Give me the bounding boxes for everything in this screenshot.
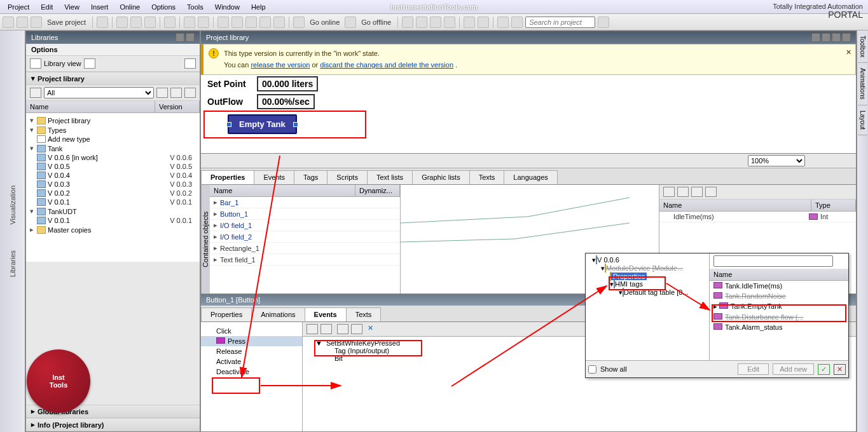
vtab-toolbox[interactable]: Toolbox bbox=[858, 30, 867, 63]
tab-properties[interactable]: Properties bbox=[201, 170, 254, 184]
tab-texts[interactable]: Texts bbox=[469, 170, 505, 184]
menu-tools[interactable]: Tools bbox=[182, 2, 209, 12]
tree-v005[interactable]: V 0.0.5V 0.0.5 bbox=[26, 162, 200, 171]
tb-icon-j[interactable] bbox=[464, 17, 475, 28]
popup-ok-icon[interactable]: ✓ bbox=[818, 364, 830, 375]
project-library-section[interactable]: ▾Project library bbox=[26, 72, 200, 85]
rc-col-name[interactable]: Name bbox=[659, 199, 811, 211]
delete-icon[interactable] bbox=[164, 17, 176, 28]
restore-icon[interactable] bbox=[822, 33, 830, 42]
btab-events[interactable]: Events bbox=[305, 307, 347, 321]
tab-languages[interactable]: Languages bbox=[504, 170, 557, 184]
menu-project[interactable]: Project bbox=[3, 2, 34, 12]
event-activate[interactable]: Activate bbox=[201, 356, 302, 367]
popup-tag-1[interactable]: Tank.RandomNoise bbox=[710, 291, 848, 301]
btab-properties[interactable]: Properties bbox=[201, 307, 252, 321]
evt-tb3[interactable] bbox=[337, 324, 348, 334]
release-version-link[interactable]: release the version bbox=[251, 61, 310, 69]
tree-v004[interactable]: V 0.0.4V 0.0.4 bbox=[26, 171, 200, 180]
tree-v002[interactable]: V 0.0.2V 0.0.2 bbox=[26, 189, 200, 198]
obj-iofield2[interactable]: ▸I/O field_2 bbox=[210, 231, 400, 243]
info-section[interactable]: ▸Info (Project library) bbox=[26, 418, 200, 431]
tab-events[interactable]: Events bbox=[254, 170, 294, 184]
go-offline-icon[interactable] bbox=[345, 17, 356, 28]
open-icon[interactable] bbox=[17, 17, 28, 28]
event-press[interactable]: Press bbox=[201, 336, 302, 346]
tree-tank[interactable]: ▾Tank bbox=[26, 144, 200, 153]
popup-properties-node[interactable]: Properties bbox=[588, 273, 706, 280]
tb-icon-d[interactable] bbox=[259, 17, 271, 28]
libview-icon-1[interactable] bbox=[30, 58, 41, 69]
lib-tb-2[interactable] bbox=[156, 88, 168, 98]
tree-root[interactable]: ▾Project library bbox=[26, 116, 200, 125]
zoom-select[interactable]: 100% bbox=[748, 155, 805, 166]
popup-addnew-button[interactable]: Add new bbox=[773, 363, 814, 375]
menu-window[interactable]: Window bbox=[210, 2, 245, 12]
popup-cancel-icon[interactable]: ✕ bbox=[834, 364, 846, 375]
rc-col-type[interactable]: Type bbox=[811, 199, 856, 211]
minimize-icon[interactable] bbox=[811, 33, 820, 42]
go-online-icon[interactable] bbox=[293, 17, 305, 28]
popup-tag-2[interactable]: ▸ Tank.EmptyTank bbox=[710, 301, 848, 312]
obj-rectangle1[interactable]: ▸Rectangle_1 bbox=[210, 243, 400, 254]
event-click[interactable]: Click bbox=[201, 326, 302, 336]
event-deactivate[interactable]: Deactivate bbox=[201, 367, 302, 377]
search-input[interactable] bbox=[525, 17, 595, 28]
hmi-canvas[interactable]: Set Point00.000 liters OutFlow00.00%/sec… bbox=[201, 75, 856, 154]
evt-tb2[interactable] bbox=[320, 324, 332, 334]
lib-tb-3[interactable] bbox=[170, 88, 182, 98]
setpoint-value[interactable]: 00.000 liters bbox=[257, 76, 318, 91]
tab-text-lists[interactable]: Text lists bbox=[367, 170, 413, 184]
menu-help[interactable]: Help bbox=[246, 2, 271, 12]
empty-tank-button[interactable]: Empty Tank bbox=[228, 114, 297, 134]
tree-v003[interactable]: V 0.0.3V 0.0.3 bbox=[26, 180, 200, 189]
library-tree[interactable]: ▾Project library ▾Types Add new type ▾Ta… bbox=[26, 113, 200, 262]
evt-tb1[interactable] bbox=[307, 324, 318, 334]
tree-types[interactable]: ▾Types bbox=[26, 125, 200, 135]
copy-icon[interactable] bbox=[130, 17, 142, 28]
rc-tb3[interactable] bbox=[691, 187, 703, 197]
save-project-button[interactable]: Save project bbox=[45, 18, 88, 26]
tb-icon-k[interactable] bbox=[478, 17, 489, 28]
tb-icon-m[interactable] bbox=[511, 17, 523, 28]
save-icon[interactable] bbox=[31, 17, 42, 28]
menu-view[interactable]: View bbox=[59, 2, 85, 12]
col-name[interactable]: Name bbox=[26, 101, 155, 112]
rc-tb2[interactable] bbox=[677, 187, 689, 197]
go-offline-button[interactable]: Go offline bbox=[359, 18, 394, 26]
obj-textfield1[interactable]: ▸Text field_1 bbox=[210, 254, 400, 266]
btab-animations[interactable]: Animations bbox=[251, 307, 305, 321]
tb-icon-l[interactable] bbox=[497, 17, 509, 28]
tab-graphic-lists[interactable]: Graphic lists bbox=[412, 170, 470, 184]
tree-tankudt-v001[interactable]: V 0.0.1V 0.0.1 bbox=[26, 216, 200, 225]
tree-add-new-type[interactable]: Add new type bbox=[26, 135, 200, 144]
popup-filter-icon[interactable] bbox=[833, 255, 844, 267]
showall-checkbox[interactable] bbox=[588, 365, 596, 374]
tb-icon-h[interactable] bbox=[430, 17, 441, 28]
popup-tag-4[interactable]: Tank.Alarm_status bbox=[710, 322, 848, 332]
libview-icon-2[interactable] bbox=[84, 58, 95, 69]
tree-master-copies[interactable]: ▸Master copies bbox=[26, 225, 200, 234]
tb-icon-c[interactable] bbox=[245, 17, 257, 28]
libview-icon-3[interactable] bbox=[184, 58, 196, 69]
tb-icon-i[interactable] bbox=[444, 17, 455, 28]
tab-scripts[interactable]: Scripts bbox=[327, 170, 368, 184]
menu-insert[interactable]: Insert bbox=[86, 2, 114, 12]
tb-icon-a[interactable] bbox=[217, 17, 229, 28]
evt-tb4[interactable] bbox=[351, 324, 362, 334]
menu-online[interactable]: Online bbox=[114, 2, 145, 12]
close-icon[interactable] bbox=[842, 33, 851, 42]
go-online-button[interactable]: Go online bbox=[307, 18, 342, 26]
obj-button1[interactable]: ▸Button_1 bbox=[210, 208, 400, 220]
vtab-libraries[interactable]: Libraries bbox=[9, 250, 17, 277]
undo-icon[interactable] bbox=[184, 17, 195, 28]
paste-icon[interactable] bbox=[144, 17, 156, 28]
lib-tb-1[interactable] bbox=[30, 88, 41, 98]
tree-v001[interactable]: V 0.0.1V 0.0.1 bbox=[26, 198, 200, 206]
obj-bar1[interactable]: ▸Bar_1 bbox=[210, 197, 400, 208]
col-obj-dyn[interactable]: Dynamiz... bbox=[355, 185, 400, 196]
popup-edit-button[interactable]: Edit bbox=[738, 363, 769, 375]
btab-texts[interactable]: Texts bbox=[346, 307, 382, 321]
popup-tag-0[interactable]: Tank.IdleTime(ms) bbox=[710, 281, 848, 291]
discard-changes-link[interactable]: discard the changes and delete the versi… bbox=[320, 61, 453, 69]
